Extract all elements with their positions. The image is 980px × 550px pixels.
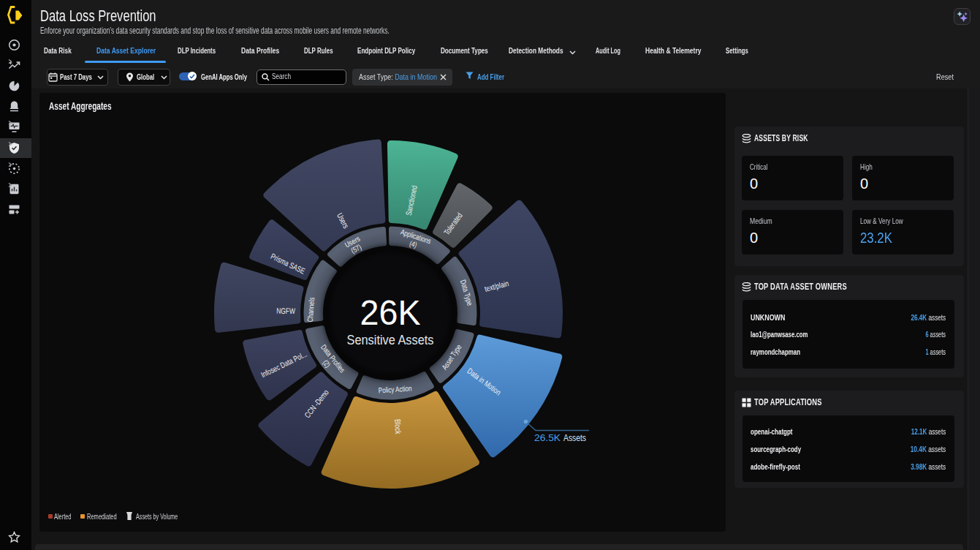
svg-text:Sensitive Assets: Sensitive Assets (347, 333, 434, 347)
svg-text:Assets: Assets (563, 432, 586, 443)
svg-text:Block: Block (393, 419, 403, 434)
svg-text:NGFW: NGFW (276, 306, 295, 315)
svg-text:Channels: Channels (305, 297, 316, 322)
svg-text:26.5K: 26.5K (534, 432, 561, 443)
svg-text:26K: 26K (360, 293, 421, 332)
